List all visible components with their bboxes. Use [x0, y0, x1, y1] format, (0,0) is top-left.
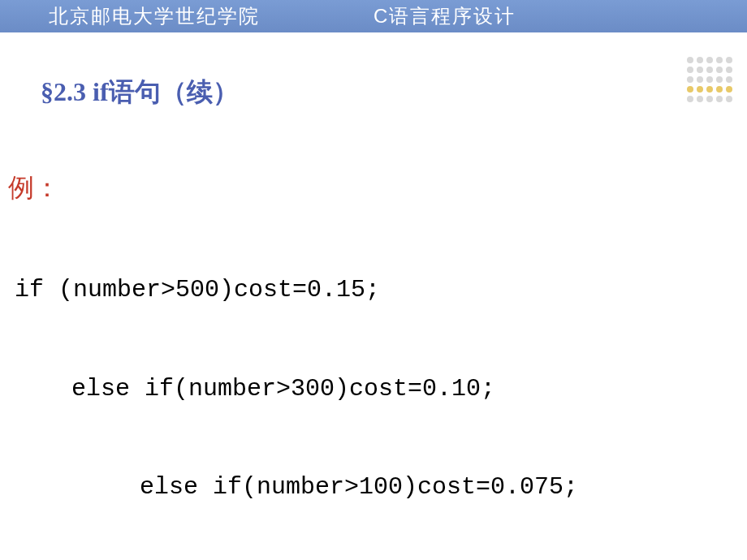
code-line-2: else if(number>300)cost=0.10; — [8, 373, 739, 406]
example-label: 例： — [8, 170, 739, 206]
decorative-dots — [684, 57, 732, 106]
code-line-3: else if(number>100)cost=0.075; — [8, 471, 739, 504]
code-block: if (number>500)cost=0.15; else if(number… — [8, 208, 739, 560]
slide-content: 例： if (number>500)cost=0.15; else if(num… — [8, 170, 739, 560]
slide-title: §2.3 if语句（续） — [41, 75, 239, 110]
slide-header: 北京邮电大学世纪学院 C语言程序设计 — [0, 0, 747, 32]
code-line-1: if (number>500)cost=0.15; — [8, 274, 739, 307]
header-institution: 北京邮电大学世纪学院 — [0, 3, 260, 29]
header-course: C语言程序设计 — [260, 3, 516, 29]
